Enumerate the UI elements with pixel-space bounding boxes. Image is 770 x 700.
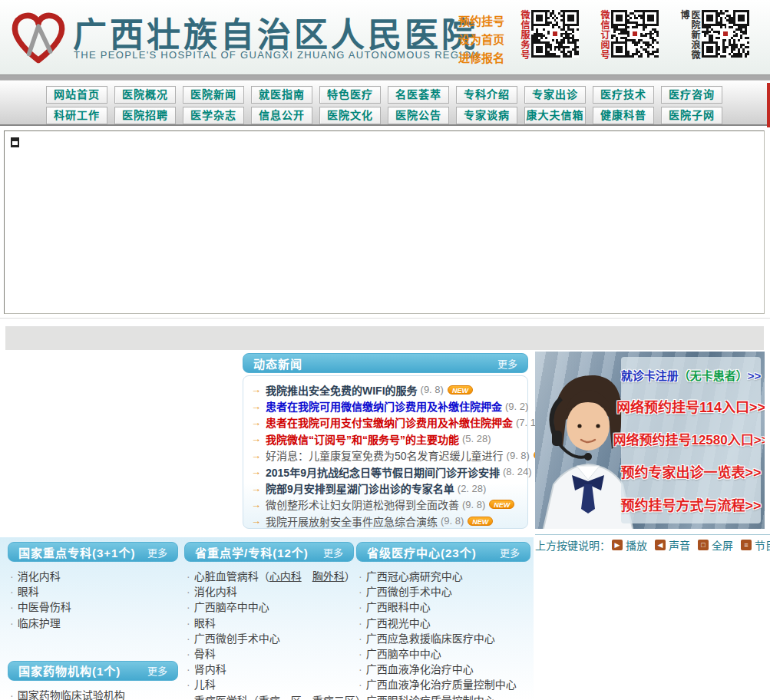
arrow-bullet-icon: → — [251, 483, 261, 494]
nav-button[interactable]: 专家出诊 — [524, 86, 586, 104]
nav-button[interactable]: 医疗咨询 — [661, 86, 722, 104]
broken-plugin-icon — [11, 137, 19, 147]
specialty-item-label: 眼科 — [18, 586, 39, 598]
media-player-placeholder[interactable] — [4, 130, 765, 314]
specialty-item[interactable]: ·广西眼科中心 — [356, 599, 530, 615]
nav-button[interactable]: 医院文化 — [319, 107, 381, 124]
dot-bullet-icon: · — [10, 570, 14, 583]
specialty-item[interactable]: ·国家药物临床试验机构 — [8, 688, 178, 700]
specialty-item[interactable]: ·广西应急救援临床医疗中心 — [356, 631, 530, 646]
specialty-sub-link[interactable]: 心内科 — [269, 570, 302, 583]
specialty-item-label: 骨科 — [194, 648, 216, 660]
nav-button[interactable]: 科研工作 — [46, 107, 107, 124]
nav-button[interactable]: 专家谈病 — [456, 107, 517, 124]
specialty-item[interactable]: ·儿科 — [184, 677, 354, 692]
news-item[interactable]: →我院推出安全免费的WIFI的服务(9. 8)NEW — [243, 381, 527, 398]
specialty-item-label: 儿科 — [194, 679, 216, 691]
promo-link[interactable]: 预约挂号方式与流程>> — [620, 494, 761, 514]
player-help-item: ▶播放 — [612, 537, 647, 553]
news-item[interactable]: →微创整形术让妇女阴道松弛得到全面改善(9. 8)NEW — [243, 497, 527, 513]
news-item[interactable]: →患者在我院可用微信缴纳门诊费用及补缴住院押金(9. 2) — [243, 398, 527, 414]
specialty-item[interactable]: ·中医骨伤科 — [8, 599, 178, 615]
news-item-title: 2015年9月抗战纪念日等节假日期间门诊开诊安排 — [266, 464, 500, 480]
nav-button[interactable]: 健康科普 — [593, 107, 654, 124]
nav-button[interactable]: 医院新闻 — [183, 86, 244, 104]
promo-link-text: 网络预约挂号12580入口>> — [613, 433, 765, 447]
nav-button[interactable]: 康大夫信箱 — [524, 107, 586, 124]
news-item-title: 我院开展放射安全事件应急综合演练 — [266, 513, 438, 529]
qr-label: 医院新浪微博 — [679, 10, 700, 61]
news-item[interactable]: →好消息：儿童康复室免费为50名发育迟缓儿童进行(9. 8)NEW — [243, 447, 527, 464]
specialty-item[interactable]: ·广西血液净化治疗质量控制中心 — [356, 677, 530, 692]
nav-button[interactable]: 特色医疗 — [319, 86, 381, 104]
news-item-date: (9. 8) — [462, 499, 485, 510]
nav-button[interactable]: 就医指南 — [251, 86, 312, 104]
promo-link[interactable]: 网络预约挂号114入口>> — [616, 396, 765, 416]
specialty-block: 省级医疗中心(23个)更多·广西冠心病研究中心·广西微创手术中心·广西眼科中心·… — [356, 542, 530, 700]
specialty-more-link[interactable]: 更多 — [147, 663, 167, 678]
promo-link[interactable]: 网络预约挂号12580入口>> — [613, 429, 765, 448]
specialty-item-label: 广西脑卒中中心 — [366, 648, 441, 660]
promo-link[interactable]: 预约专家出诊一览表>> — [620, 461, 761, 481]
nav-button[interactable]: 医院公告 — [388, 107, 449, 124]
specialty-item[interactable]: ·广西眼科诊疗质量控制中心 — [356, 693, 530, 700]
nav-button[interactable]: 医疗技术 — [593, 86, 654, 104]
news-item[interactable]: →2015年9月抗战纪念日等节假日期间门诊开诊安排(8. 24) — [243, 464, 527, 480]
specialty-sub-link[interactable]: 胸外科 — [312, 570, 345, 583]
nav-button[interactable]: 专科介绍 — [456, 86, 517, 104]
player-help-item-label: 全屏 — [712, 537, 733, 553]
nav-button[interactable]: 医院招聘 — [114, 107, 176, 124]
nav-button[interactable]: 医学杂志 — [183, 107, 244, 124]
specialty-item[interactable]: ·广西脑卒中中心 — [356, 646, 530, 662]
specialty-item[interactable]: ·消化内科 — [8, 569, 178, 584]
specialty-item[interactable]: ·广西微创手术中心 — [356, 584, 530, 599]
specialty-item[interactable]: ·广西脑卒中中心 — [184, 599, 354, 615]
player-help-item-label: 声音 — [669, 537, 690, 553]
news-item[interactable]: →我院微信“订阅号”和“服务号”的主要功能(5. 28) — [243, 431, 527, 447]
specialty-more-link[interactable]: 更多 — [500, 545, 520, 560]
new-badge: NEW — [468, 517, 493, 526]
news-item[interactable]: →我院开展放射安全事件应急综合演练(9. 8)NEW — [243, 513, 527, 529]
specialty-item-label: 广西血液净化治疗中心 — [366, 663, 474, 675]
news-item-date: (9. 8) — [421, 384, 444, 395]
specialty-item[interactable]: ·眼科 — [184, 616, 354, 631]
news-item[interactable]: →院部9月安排到星湖门诊出诊的专家名单(2. 28) — [243, 480, 527, 496]
specialty-item[interactable]: ·消化内科 — [184, 584, 354, 599]
quick-link[interactable]: 设为首页 — [458, 31, 518, 49]
specialty-item[interactable]: ·肾内科 — [184, 662, 354, 677]
nav-button[interactable]: 网站首页 — [46, 86, 107, 104]
specialty-more-link[interactable]: 更多 — [323, 545, 343, 560]
specialty-item[interactable]: ·骨科 — [184, 646, 354, 662]
specialty-more-link[interactable]: 更多 — [147, 545, 167, 560]
quick-link[interactable]: 进修报名 — [458, 49, 518, 68]
promo-link[interactable]: 就诊卡注册（无卡患者）>> — [621, 367, 762, 383]
nav-button[interactable]: 医院概况 — [114, 86, 176, 104]
nav-button[interactable]: 信息公开 — [251, 107, 312, 124]
specialty-item[interactable]: ·临床护理 — [8, 616, 178, 631]
nav-button[interactable]: 名医荟萃 — [388, 86, 449, 104]
specialty-item-label: 广西微创手术中心 — [194, 632, 280, 645]
specialty-item-label: 广西眼科中心 — [366, 601, 431, 613]
specialty-block-header: 省级医疗中心(23个)更多 — [356, 542, 530, 562]
news-item-date: (2. 28) — [458, 483, 487, 494]
specialty-item-label: 消化内科 — [194, 586, 237, 598]
specialty-item[interactable]: ·广西血液净化治疗中心 — [356, 662, 530, 677]
qr-label: 微信服务号 — [519, 10, 530, 61]
dot-bullet-icon: · — [10, 617, 14, 629]
nav-row-2: 科研工作医院招聘医学杂志信息公开医院文化医院公告专家谈病康大夫信箱健康科普医院子… — [46, 107, 752, 124]
quick-link[interactable]: 预约挂号 — [458, 12, 518, 31]
promo-link-text: >> — [748, 369, 762, 382]
news-more-link[interactable]: 更多 — [497, 356, 517, 371]
specialty-item[interactable]: ·广西微创手术中心 — [184, 631, 354, 646]
specialty-block: 省重点学/专科(12个)更多·心脏血管病科（心内科 胸外科）·消化内科·广西脑卒… — [184, 542, 354, 700]
dot-bullet-icon: · — [359, 648, 362, 660]
specialty-item[interactable]: ·广西视光中心 — [356, 616, 530, 631]
hospital-logo[interactable] — [6, 6, 71, 69]
news-item[interactable]: →患者在我院可用支付宝缴纳门诊费用及补缴住院押金(7. 13) — [243, 414, 527, 431]
specialty-item[interactable]: ·重症医学科（重症一区 重症二区） — [184, 693, 354, 700]
nav-button[interactable]: 医院子网 — [661, 107, 722, 124]
specialty-item[interactable]: ·广西冠心病研究中心 — [356, 569, 530, 584]
specialty-block-title: 国家药物机构(1个) — [18, 662, 121, 679]
specialty-item[interactable]: ·眼科 — [8, 584, 178, 599]
specialty-item[interactable]: ·心脏血管病科（心内科 胸外科） — [184, 569, 354, 584]
